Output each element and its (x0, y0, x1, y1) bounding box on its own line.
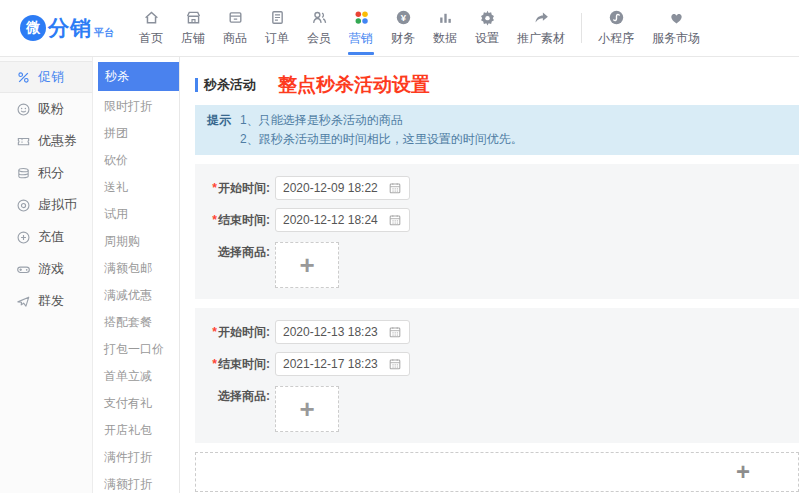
form-row: 选择商品: + (206, 384, 799, 432)
promotion-icon (16, 70, 31, 85)
goods-icon (227, 9, 244, 26)
sidebar-item-virtual-coin[interactable]: 虚拟币 (0, 189, 92, 221)
topnav-item-label: 订单 (265, 30, 289, 47)
notice-label: 提示 (207, 111, 231, 148)
start-time-input-1[interactable] (283, 181, 383, 195)
notice-lines: 1、只能选择是秒杀活动的商品 2、跟秒杀活动里的时间相比，这里设置的时间优先。 (240, 111, 523, 148)
start-time-picker-1[interactable] (275, 176, 410, 200)
topnav-item-data[interactable]: 数据 (424, 0, 466, 56)
form-row: *开始时间: (206, 176, 799, 200)
sidebar-item-attract-fans[interactable]: 吸粉 (0, 93, 92, 125)
submenu-item-gift[interactable]: 送礼 (93, 174, 179, 201)
app-window: 微 分销 平台 首页店铺商品订单会员营销¥财务数据设置推广素材小程序服务市场 促… (0, 0, 799, 493)
end-time-input-1[interactable] (283, 213, 383, 227)
submenu-item-flash-sale[interactable]: 秒杀 (98, 62, 179, 91)
svg-text:¥: ¥ (400, 12, 406, 23)
submenu-item-bargain[interactable]: 砍价 (93, 147, 179, 174)
topnav-item-label: 推广素材 (517, 30, 565, 47)
submenu-item-full-amount-free-shipping[interactable]: 满额包邮 (93, 255, 179, 282)
data-icon (437, 9, 454, 26)
calendar-icon[interactable] (388, 213, 402, 227)
submenu-item-time-limited-discount[interactable]: 限时打折 (93, 93, 179, 120)
form-row: *结束时间: (206, 352, 799, 376)
topnav-item-label: 店铺 (181, 30, 205, 47)
body-row: 促销吸粉优惠券积分虚拟币充值游戏群发 秒杀限时打折拼团砍价送礼试用周期购满额包邮… (0, 57, 799, 493)
start-time-picker-2[interactable] (275, 320, 410, 344)
topnav-item-finance[interactable]: ¥财务 (382, 0, 424, 56)
topnav-item-promo-materials[interactable]: 推广素材 (508, 0, 574, 56)
topnav-item-home[interactable]: 首页 (130, 0, 172, 56)
notice-line-1: 1、只能选择是秒杀活动的商品 (240, 111, 523, 130)
sidebar-item-games[interactable]: 游戏 (0, 253, 92, 285)
form-row: *开始时间: (206, 320, 799, 344)
sidebar-item-recharge[interactable]: 充值 (0, 221, 92, 253)
top-navigation-bar: 微 分销 平台 首页店铺商品订单会员营销¥财务数据设置推广素材小程序服务市场 (0, 0, 799, 57)
sidebar-item-points[interactable]: 积分 (0, 157, 92, 189)
topnav-item-members[interactable]: 会员 (298, 0, 340, 56)
secondary-sidebar: 秒杀限时打折拼团砍价送礼试用周期购满额包邮满减优惠搭配套餐打包一口价首单立减支付… (93, 57, 180, 493)
calendar-icon[interactable] (388, 181, 402, 195)
topnav-item-orders[interactable]: 订单 (256, 0, 298, 56)
sidebar-item-label: 积分 (38, 164, 64, 182)
start-time-input-2[interactable] (283, 325, 383, 339)
points-icon (16, 166, 31, 181)
sidebar-item-label: 虚拟币 (38, 196, 77, 214)
end-time-input-2[interactable] (283, 357, 383, 371)
add-time-slot-button[interactable]: + (195, 452, 799, 492)
main-content: 秒杀活动 整点秒杀活动设置 提示 1、只能选择是秒杀活动的商品 2、跟秒杀活动里… (180, 57, 799, 493)
calendar-icon[interactable] (388, 325, 402, 339)
submenu-item-payment-gift[interactable]: 支付有礼 (93, 390, 179, 417)
submenu-item-trial[interactable]: 试用 (93, 201, 179, 228)
members-icon (311, 9, 328, 26)
mass-send-icon (16, 294, 31, 309)
marketing-icon (353, 9, 370, 26)
recharge-icon (16, 230, 31, 245)
topnav-item-label: 首页 (139, 30, 163, 47)
end-time-picker-2[interactable] (275, 352, 410, 376)
submenu-item-package-fixed-price[interactable]: 打包一口价 (93, 336, 179, 363)
submenu-item-first-order-discount[interactable]: 首单立减 (93, 363, 179, 390)
required-mark: * (212, 181, 217, 195)
coupons-icon (16, 134, 31, 149)
topnav-item-label: 财务 (391, 30, 415, 47)
brand-logo[interactable]: 微 分销 平台 (20, 14, 124, 42)
sidebar-item-coupons[interactable]: 优惠券 (0, 125, 92, 157)
topnav-divider (581, 13, 582, 43)
topnav-item-goods[interactable]: 商品 (214, 0, 256, 56)
required-mark: * (212, 357, 217, 371)
finance-icon: ¥ (395, 9, 412, 26)
topnav-item-settings[interactable]: 设置 (466, 0, 508, 56)
primary-sidebar: 促销吸粉优惠券积分虚拟币充值游戏群发 (0, 57, 93, 493)
submenu-item-amount-discount[interactable]: 满额打折 (93, 471, 179, 493)
topnav-item-mini-program[interactable]: 小程序 (589, 0, 643, 56)
end-time-picker-1[interactable] (275, 208, 410, 232)
mini-program-icon (608, 9, 625, 26)
sidebar-item-label: 群发 (38, 292, 64, 310)
calendar-icon[interactable] (388, 357, 402, 371)
sidebar-item-mass-send[interactable]: 群发 (0, 285, 92, 317)
flash-sale-slot-1: *开始时间: *结束时间: 选择商品: + (195, 164, 799, 299)
select-product-label: 选择商品: (206, 240, 270, 264)
topnav-item-marketing[interactable]: 营销 (340, 0, 382, 56)
sidebar-item-label: 吸粉 (38, 100, 64, 118)
submenu-item-quantity-discount[interactable]: 满件打折 (93, 444, 179, 471)
plus-icon: + (299, 396, 314, 422)
shop-icon (185, 9, 202, 26)
start-time-label: *开始时间: (206, 176, 270, 200)
submenu-item-full-reduction-discount[interactable]: 满减优惠 (93, 282, 179, 309)
page-title-note: 整点秒杀活动设置 (278, 72, 430, 98)
submenu-item-store-opening-gift[interactable]: 开店礼包 (93, 417, 179, 444)
sidebar-item-promotion[interactable]: 促销 (0, 61, 92, 93)
topnav-item-shop[interactable]: 店铺 (172, 0, 214, 56)
add-product-button-2[interactable]: + (275, 386, 339, 432)
sidebar-item-label: 充值 (38, 228, 64, 246)
page-title: 秒杀活动 (204, 76, 256, 94)
flash-sale-slot-2: *开始时间: *结束时间: 选择商品: + (195, 308, 799, 443)
add-product-button-1[interactable]: + (275, 242, 339, 288)
submenu-item-group-buy[interactable]: 拼团 (93, 120, 179, 147)
submenu-item-combo-package[interactable]: 搭配套餐 (93, 309, 179, 336)
topnav-item-label: 商品 (223, 30, 247, 47)
submenu-item-cycle-purchase[interactable]: 周期购 (93, 228, 179, 255)
topnav-item-service-market[interactable]: 服务市场 (643, 0, 709, 56)
logo-suffix: 平台 (94, 26, 114, 40)
